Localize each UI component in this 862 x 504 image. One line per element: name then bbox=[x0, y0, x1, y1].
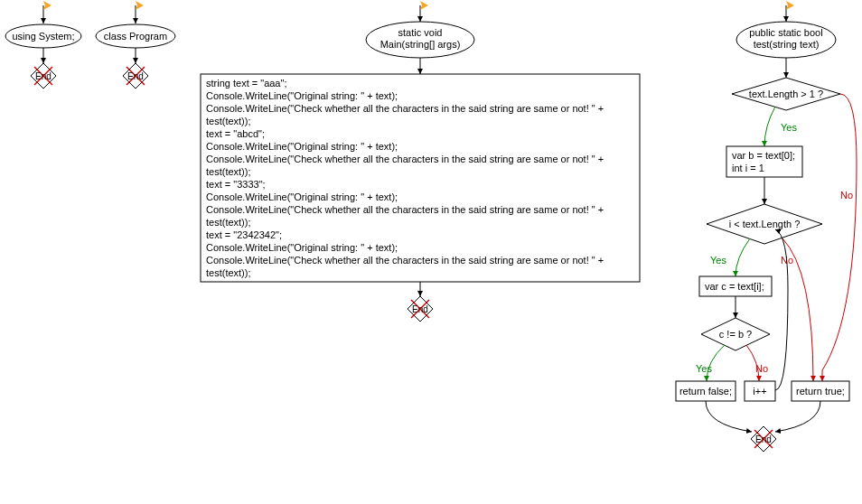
svg-text:static void: static void bbox=[398, 27, 443, 38]
svg-text:Console.WriteLine("Original st: Console.WriteLine("Original string: " + … bbox=[206, 141, 398, 152]
end-node: End bbox=[123, 63, 148, 89]
subflow-test-func: public static bool test(string text) tex… bbox=[676, 5, 857, 452]
svg-text:test(text));: test(text)); bbox=[206, 116, 251, 126]
svg-text:i++: i++ bbox=[753, 386, 766, 397]
start-label: using System; bbox=[12, 31, 74, 42]
subflow-class-program: class Program End bbox=[96, 5, 175, 89]
svg-text:Yes: Yes bbox=[781, 122, 797, 133]
subflow-using-system: using System; End bbox=[5, 5, 81, 89]
svg-text:End: End bbox=[412, 304, 428, 314]
svg-text:End: End bbox=[127, 71, 144, 81]
svg-text:test(text));: test(text)); bbox=[206, 267, 251, 278]
end-node: End bbox=[31, 63, 56, 89]
svg-text:var b = text[0];: var b = text[0]; bbox=[732, 150, 795, 161]
svg-text:c != b ?: c != b ? bbox=[719, 329, 752, 340]
svg-text:text = "abcd";: text = "abcd"; bbox=[206, 128, 265, 139]
svg-text:i < text.Length ?: i < text.Length ? bbox=[729, 219, 801, 229]
svg-text:Main(string[] args): Main(string[] args) bbox=[380, 39, 461, 50]
svg-text:No: No bbox=[840, 190, 853, 201]
svg-text:text = "3333";: text = "3333"; bbox=[206, 179, 266, 190]
svg-text:Console.WriteLine("Check wheth: Console.WriteLine("Check whether all the… bbox=[206, 154, 604, 164]
svg-text:return true;: return true; bbox=[796, 386, 845, 397]
svg-text:text.Length > 1 ?: text.Length > 1 ? bbox=[749, 89, 823, 99]
svg-text:No: No bbox=[755, 363, 768, 374]
svg-text:public static bool: public static bool bbox=[749, 27, 822, 38]
svg-text:Yes: Yes bbox=[710, 255, 726, 266]
svg-text:var c = text[i];: var c = text[i]; bbox=[705, 281, 764, 292]
svg-text:Yes: Yes bbox=[696, 363, 712, 374]
svg-text:Console.WriteLine("Check wheth: Console.WriteLine("Check whether all the… bbox=[206, 204, 604, 215]
flowchart-canvas: using System; End class Program End stat… bbox=[0, 0, 862, 504]
svg-text:return false;: return false; bbox=[679, 386, 732, 397]
svg-text:test(text));: test(text)); bbox=[206, 217, 251, 228]
svg-text:Console.WriteLine("Check wheth: Console.WriteLine("Check whether all the… bbox=[206, 255, 604, 266]
svg-text:Console.WriteLine("Check wheth: Console.WriteLine("Check whether all the… bbox=[206, 103, 604, 114]
svg-text:End: End bbox=[35, 71, 52, 81]
start-label: class Program bbox=[104, 31, 167, 42]
svg-text:Console.WriteLine("Original st: Console.WriteLine("Original string: " + … bbox=[206, 242, 398, 253]
svg-text:test(text));: test(text)); bbox=[206, 166, 251, 177]
subflow-main: static void Main(string[] args) string t… bbox=[201, 5, 640, 322]
end-node-func: End bbox=[751, 426, 776, 452]
svg-text:int i = 1: int i = 1 bbox=[732, 163, 764, 173]
svg-text:Console.WriteLine("Original st: Console.WriteLine("Original string: " + … bbox=[206, 90, 398, 101]
svg-text:text = "2342342";: text = "2342342"; bbox=[206, 229, 282, 240]
svg-text:string text = "aaa";: string text = "aaa"; bbox=[206, 78, 286, 89]
end-node-main: End bbox=[408, 296, 433, 322]
svg-text:test(string text): test(string text) bbox=[754, 39, 820, 50]
svg-text:End: End bbox=[755, 434, 772, 444]
svg-text:Console.WriteLine("Original st: Console.WriteLine("Original string: " + … bbox=[206, 191, 398, 202]
